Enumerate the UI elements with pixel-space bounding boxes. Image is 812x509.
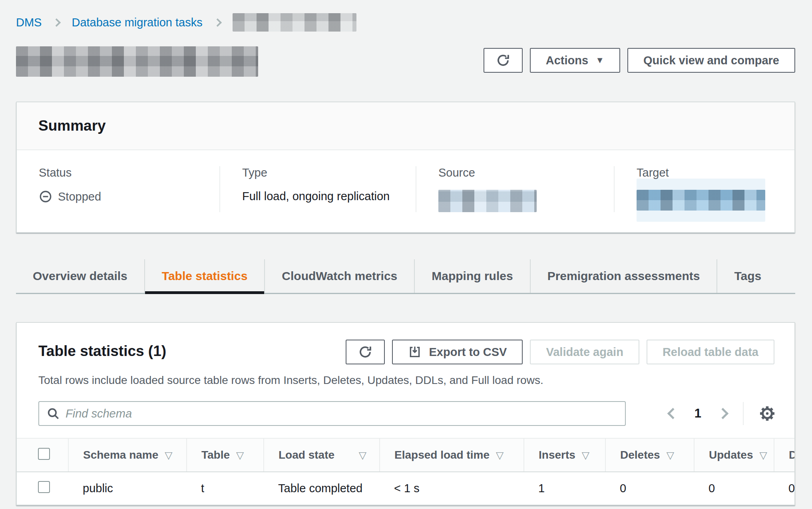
dms-task-page: DMS Database migration tasks Actions ▼ <box>0 0 812 509</box>
table-scroll-area[interactable]: Schema name▽ Table▽ Load state▽ Elapsed … <box>17 438 794 505</box>
table-row[interactable]: public t Table completed < 1 s 1 0 0 0 <box>17 472 794 505</box>
summary-title: Summary <box>38 117 773 134</box>
breadcrumb-link-dms[interactable]: DMS <box>16 16 42 29</box>
breadcrumb: DMS Database migration tasks <box>16 13 795 32</box>
tab-cloudwatch-metrics[interactable]: CloudWatch metrics <box>264 259 414 293</box>
target-label: Target <box>637 166 794 179</box>
source-label: Source <box>438 166 614 179</box>
sort-icon[interactable]: ▽ <box>582 449 589 461</box>
validate-again-button[interactable]: Validate again <box>530 340 639 364</box>
sort-icon[interactable]: ▽ <box>236 449 244 461</box>
stopped-icon <box>39 190 52 203</box>
cell-schema-name: public <box>68 472 187 505</box>
search-icon <box>46 407 60 420</box>
sort-icon[interactable]: ▽ <box>359 449 366 461</box>
column-header-inserts[interactable]: Inserts▽ <box>524 438 605 472</box>
summary-field-target: Target <box>614 166 794 212</box>
actions-label: Actions <box>546 54 588 67</box>
refresh-button[interactable] <box>484 48 523 73</box>
column-header-schema-name[interactable]: Schema name▽ <box>68 438 187 472</box>
tab-overview-details[interactable]: Overview details <box>16 259 144 293</box>
table-statistics-description: Total rows include loaded source table r… <box>17 374 794 387</box>
column-label: Load state <box>279 449 334 461</box>
caret-down-icon: ▼ <box>595 56 604 65</box>
sort-icon[interactable]: ▽ <box>759 449 767 461</box>
sort-icon[interactable]: ▽ <box>496 449 504 461</box>
pagination: 1 <box>669 402 776 425</box>
type-value: Full load, ongoing replication <box>242 190 416 203</box>
cell-deletes: 0 <box>605 472 694 505</box>
find-schema-input[interactable] <box>38 401 626 426</box>
select-all-checkbox[interactable] <box>38 448 50 460</box>
type-label: Type <box>242 166 416 179</box>
table-statistics-toolbar: Export to CSV Validate again Reload tabl… <box>346 340 774 364</box>
cell-ddls: 0 <box>774 472 794 505</box>
summary-field-source: Source <box>416 166 614 212</box>
breadcrumb-chevron-icon <box>213 18 222 26</box>
header-toolbar: Actions ▼ Quick view and compare <box>484 48 795 73</box>
cell-inserts: 1 <box>524 472 605 505</box>
status-value: Stopped <box>58 190 101 203</box>
export-to-csv-label: Export to CSV <box>429 346 507 359</box>
summary-field-type: Type Full load, ongoing replication <box>219 166 416 212</box>
summary-panel: Summary Status Stopped Type Full load, o… <box>16 101 795 233</box>
target-value-redacted[interactable] <box>637 190 765 211</box>
column-header-elapsed-load-time[interactable]: Elapsed load time▽ <box>380 438 524 472</box>
pagination-divider <box>743 402 744 425</box>
column-label: Deletes <box>620 449 660 461</box>
column-label: Updates <box>709 449 753 461</box>
gear-icon <box>758 404 776 423</box>
column-label: Schema name <box>83 449 158 461</box>
reload-table-data-label: Reload table data <box>663 346 758 359</box>
cell-elapsed-load-time: < 1 s <box>380 472 524 505</box>
column-header-updates[interactable]: Updates▽ <box>694 438 774 472</box>
column-header-load-state[interactable]: Load state▽ <box>264 438 380 472</box>
actions-button[interactable]: Actions ▼ <box>530 48 620 73</box>
tab-tags[interactable]: Tags <box>716 259 778 293</box>
task-tabs: Overview details Table statistics CloudW… <box>16 259 795 294</box>
export-to-csv-button[interactable]: Export to CSV <box>392 340 523 364</box>
cell-table: t <box>187 472 264 505</box>
source-value-redacted[interactable] <box>438 190 537 212</box>
quick-view-label: Quick view and compare <box>643 54 779 67</box>
column-label: Inserts <box>539 449 575 461</box>
column-label: Table <box>201 449 230 461</box>
breadcrumb-link-tasks[interactable]: Database migration tasks <box>72 16 202 29</box>
summary-field-status: Status Stopped <box>17 166 219 212</box>
row-checkbox[interactable] <box>38 481 50 493</box>
quick-view-compare-button[interactable]: Quick view and compare <box>627 48 795 73</box>
summary-body: Status Stopped Type Full load, ongoing r… <box>17 150 794 232</box>
column-header-deletes[interactable]: Deletes▽ <box>605 438 694 472</box>
refresh-icon <box>358 345 372 359</box>
breadcrumb-task-name-redacted <box>233 13 356 32</box>
download-icon <box>408 345 422 359</box>
schema-search <box>38 401 626 426</box>
column-header-table[interactable]: Table▽ <box>187 438 264 472</box>
column-header-ddls-clipped[interactable]: D <box>774 438 794 472</box>
table-statistics-table: Schema name▽ Table▽ Load state▽ Elapsed … <box>17 438 794 505</box>
table-settings-button[interactable] <box>758 404 776 423</box>
cell-load-state: Table completed <box>264 472 380 505</box>
column-label: D <box>789 449 794 461</box>
sort-icon[interactable]: ▽ <box>667 449 674 461</box>
table-refresh-button[interactable] <box>346 340 385 364</box>
status-label: Status <box>39 166 219 179</box>
cell-updates: 0 <box>694 472 774 505</box>
summary-header: Summary <box>17 102 794 150</box>
current-page-number[interactable]: 1 <box>695 406 701 421</box>
table-statistics-panel: Table statistics (1) Export to CSV <box>16 322 795 505</box>
column-label: Elapsed load time <box>394 449 490 461</box>
tab-premigration-assessments[interactable]: Premigration assessments <box>530 259 717 293</box>
refresh-icon <box>496 53 510 68</box>
previous-page-icon[interactable] <box>667 408 679 419</box>
table-statistics-title: Table statistics (1) <box>38 343 166 360</box>
next-page-icon[interactable] <box>717 408 728 419</box>
validate-again-label: Validate again <box>546 346 623 359</box>
reload-table-data-button[interactable]: Reload table data <box>647 340 774 364</box>
tab-table-statistics[interactable]: Table statistics <box>144 259 265 293</box>
table-header-row: Schema name▽ Table▽ Load state▽ Elapsed … <box>17 438 794 472</box>
tab-mapping-rules[interactable]: Mapping rules <box>414 259 529 293</box>
sort-icon[interactable]: ▽ <box>165 449 172 461</box>
breadcrumb-chevron-icon <box>52 18 61 26</box>
page-title-redacted <box>16 46 258 77</box>
